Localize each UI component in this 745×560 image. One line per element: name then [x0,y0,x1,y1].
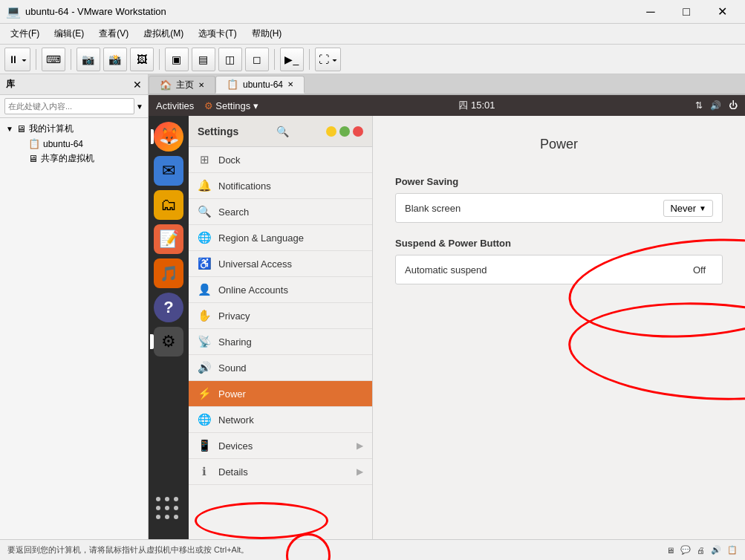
apps-dot [156,497,160,501]
tab-ubuntu64[interactable]: 📋 ubuntu-64 ✕ [215,76,305,94]
dock-firefox[interactable]: 🦊 [154,122,183,152]
accounts-icon: 👤 [198,283,211,296]
vm-display[interactable]: Activities ⚙ Settings ▾ 四 15:01 ⇅ 🔊 ⏻ [149,95,745,539]
tree-ubuntu-label: ubuntu-64 [43,139,83,149]
sharing-icon: 📡 [198,335,211,348]
status-icon-4: 🔊 [711,545,721,555]
toolbar-send-keys[interactable]: ⌨ [42,48,65,71]
ubuntu-window-controls [326,126,363,137]
toolbar-pause[interactable]: ⏸ ▾ [4,48,30,71]
power-settings-panel: Power Power Saving Blank screen Never ▼ … [373,116,745,539]
devices-arrow-icon: ▶ [357,440,363,451]
tab-home-label: 主页 [176,79,194,91]
toolbar-terminal[interactable]: ▶_ [280,48,304,71]
settings-panel-header: Settings 🔍 [189,116,372,147]
dock-app-grid[interactable] [154,495,183,530]
dock-libreoffice[interactable]: 📝 [154,224,183,254]
tab-home-close[interactable]: ✕ [198,81,204,89]
apps-dot [174,506,178,510]
tree-my-computer[interactable]: ▼ 🖥 我的计算机 [0,121,148,137]
settings-item-details[interactable]: ℹ Details ▶ [189,459,372,485]
restore-button[interactable]: □ [669,0,703,24]
blank-screen-label: Blank screen [405,203,663,214]
apps-dot [156,506,160,510]
settings-item-devices[interactable]: 📱 Devices ▶ [189,433,372,459]
status-icon-5: 📋 [727,545,738,555]
settings-item-power[interactable]: ⚡ Power [189,381,372,407]
library-close-button[interactable]: ✕ [133,79,142,91]
ubuntu-restore-btn[interactable] [339,126,350,137]
settings-item-details-label: Details [218,466,248,478]
settings-item-notifications[interactable]: 🔔 Notifications [189,173,372,199]
ubuntu-close-btn[interactable] [353,126,363,137]
tab-bar: 🏠 主页 ✕ 📋 ubuntu-64 ✕ [149,74,745,95]
tree-vm-icon: 📋 [28,138,40,149]
settings-item-privacy[interactable]: ✋ Privacy [189,303,372,329]
settings-item-dock[interactable]: ⊞ Dock [189,147,372,173]
tree-ubuntu64[interactable]: 📋 ubuntu-64 [0,137,148,151]
settings-item-sharing-label: Sharing [218,336,252,348]
settings-item-sharing[interactable]: 📡 Sharing [189,329,372,355]
auto-suspend-row: Automatic suspend Off [395,255,723,284]
ubuntu-dock: 🦊 ✉ 🗂 📝 🎵 [149,116,189,539]
settings-item-devices-label: Devices [218,440,253,452]
dock-thunderbird[interactable]: ✉ [154,156,183,186]
toolbar-snapshot1[interactable]: 📷 [77,48,100,71]
settings-item-access-label: Universal Access [218,258,292,270]
blank-screen-value: Never [670,203,696,214]
access-icon: ♿ [198,257,211,270]
settings-item-accounts[interactable]: 👤 Online Accounts [189,277,372,303]
settings-item-dock-label: Dock [218,154,241,166]
library-search-arrow[interactable]: ▼ [136,102,143,111]
toolbar-view1[interactable]: ▣ [165,48,189,71]
ubuntu-body: 🦊 ✉ 🗂 📝 🎵 [149,116,745,539]
library-tree: ▼ 🖥 我的计算机 📋 ubuntu-64 🖥 共享的虚拟机 [0,118,148,539]
dock-files[interactable]: 🗂 [154,190,183,220]
toolbar-snapshot3[interactable]: 🖼 [130,48,154,71]
status-bar: 要返回到您的计算机，请将鼠标指针从虚拟机中移出或按 Ctrl+Alt。 🖥 💬 … [0,539,745,560]
menu-edit[interactable]: 编辑(E) [47,26,91,42]
menu-file[interactable]: 文件(F) [3,26,47,42]
menu-tabs[interactable]: 选项卡(T) [191,26,244,42]
menu-vm[interactable]: 虚拟机(M) [136,26,191,42]
dock-music[interactable]: 🎵 [154,258,183,288]
close-button[interactable]: ✕ [705,0,739,24]
settings-area: Settings 🔍 [189,116,745,539]
toolbar-view3[interactable]: ◫ [218,48,242,71]
settings-item-access[interactable]: ♿ Universal Access [189,251,372,277]
auto-suspend-value: Off [686,261,713,279]
settings-item-sound[interactable]: 🔊 Sound [189,355,372,381]
dock-settings[interactable]: ⚙ [154,327,183,356]
menu-help[interactable]: 帮助(H) [244,26,290,42]
settings-search-icon[interactable]: 🔍 [276,126,289,137]
vm-wrapper: 🏠 主页 ✕ 📋 ubuntu-64 ✕ Activities ⚙ Settin… [149,74,745,539]
notifications-icon: 🔔 [198,179,211,192]
settings-item-network-label: Network [218,414,254,426]
toolbar-view2[interactable]: ▤ [192,48,215,71]
toolbar-view4[interactable]: ◻ [245,48,269,71]
library-search-input[interactable] [4,98,134,114]
blank-screen-dropdown[interactable]: Never ▼ [663,200,713,217]
tab-ubuntu-close[interactable]: ✕ [287,80,293,88]
ubuntu-minimize-btn[interactable] [326,126,336,137]
settings-item-region[interactable]: 🌐 Region & Language [189,225,372,251]
menu-bar: 文件(F) 编辑(E) 查看(V) 虚拟机(M) 选项卡(T) 帮助(H) [0,24,745,45]
settings-item-search[interactable]: 🔍 Search [189,199,372,225]
library-panel: 库 ✕ ▼ ▼ 🖥 我的计算机 📋 ubuntu-64 🖥 共享的虚拟机 [0,74,149,539]
activities-label[interactable]: Activities [156,100,194,111]
tab-home[interactable]: 🏠 主页 ✕ [149,76,215,94]
dock-help[interactable]: ? [154,293,183,322]
dock-settings-icon: ⊞ [198,153,211,166]
minimize-button[interactable]: ─ [634,0,668,24]
tree-shared-label: 共享的虚拟机 [41,152,94,165]
toolbar-snapshot2[interactable]: 📸 [103,48,127,71]
settings-menu-label[interactable]: ⚙ Settings ▾ [204,100,258,111]
toolbar-sep-1 [36,49,36,70]
search-icon: 🔍 [198,205,211,218]
tree-shared-vms[interactable]: 🖥 共享的虚拟机 [0,151,148,166]
settings-item-notifications-label: Notifications [218,180,271,192]
window-title: ubuntu-64 - VMware Workstation [25,6,634,17]
settings-item-network[interactable]: 🌐 Network [189,407,372,433]
toolbar-fullscreen[interactable]: ⛶ ▾ [315,48,341,71]
menu-view[interactable]: 查看(V) [91,26,136,42]
